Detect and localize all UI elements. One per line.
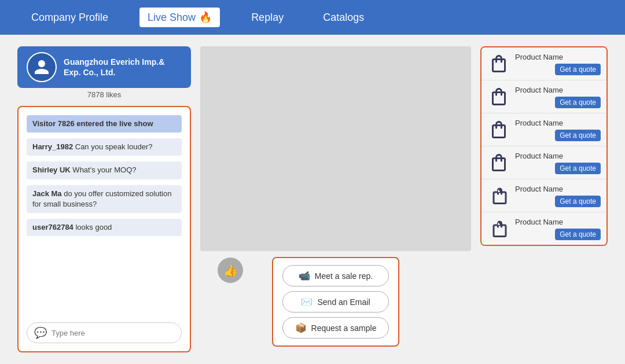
quote-button-5[interactable]: Get a quote xyxy=(555,196,601,207)
left-panel: Guangzhou Everich Imp.& Exp. Co., Ltd. 7… xyxy=(17,46,191,352)
video-area xyxy=(200,46,471,251)
center-panel: 👍 📹 Meet a sale rep. ✉️ Send an Email 📦 … xyxy=(200,46,471,352)
nav-live-show[interactable]: Live Show 🔥 xyxy=(139,8,220,27)
product-name-2: Product Name xyxy=(515,86,601,94)
product-icon-3 xyxy=(487,118,510,141)
product-icon-6 xyxy=(487,217,510,240)
company-card: Guangzhou Everich Imp.& Exp. Co., Ltd. xyxy=(17,46,191,88)
video-icon: 📹 xyxy=(299,270,310,281)
box-icon: 📦 xyxy=(295,322,307,333)
product-item-1: Product Name Get a quote xyxy=(481,47,606,80)
products-list: Product Name Get a quote Product Name Ge… xyxy=(480,46,608,246)
quote-button-1[interactable]: Get a quote xyxy=(555,64,601,75)
product-icon-5 xyxy=(487,184,510,207)
product-icon-2 xyxy=(487,85,510,108)
product-name-4: Product Name xyxy=(515,152,601,160)
product-info-4: Product Name Get a quote xyxy=(515,152,601,174)
fire-icon: 🔥 xyxy=(199,11,212,24)
nav-replay[interactable]: Replay xyxy=(243,8,292,27)
top-nav: Company Profile Live Show 🔥 Replay Catal… xyxy=(0,0,625,35)
request-sample-button[interactable]: 📦 Request a sample xyxy=(282,317,389,339)
email-icon: ✉️ xyxy=(301,296,312,307)
meet-sale-rep-button[interactable]: 📹 Meet a sale rep. xyxy=(282,265,389,286)
quote-button-2[interactable]: Get a quote xyxy=(555,97,601,108)
send-email-button[interactable]: ✉️ Send an Email xyxy=(282,291,389,312)
chat-message-3: Shirley UK What's your MOQ? xyxy=(27,161,182,179)
quote-button-3[interactable]: Get a quote xyxy=(555,130,601,141)
chat-message-2: Harry_1982 Can you speak louder? xyxy=(27,138,182,156)
product-info-5: Product Name Get a quote xyxy=(515,185,601,207)
chat-message-5: user762784 looks good xyxy=(27,219,182,236)
product-item-5: Product Name Get a quote xyxy=(481,179,606,212)
chat-message-1: Visitor 7826 entered the live show xyxy=(27,115,182,133)
person-icon xyxy=(33,58,50,76)
product-name-3: Product Name xyxy=(515,119,601,127)
product-name-6: Product Name xyxy=(515,218,601,226)
product-info-2: Product Name Get a quote xyxy=(515,86,601,108)
product-name-1: Product Name xyxy=(515,53,601,61)
quote-button-4[interactable]: Get a quote xyxy=(555,163,601,174)
product-item-6: Product Name Get a quote xyxy=(481,212,606,245)
chat-box: Visitor 7826 entered the live show Harry… xyxy=(17,106,191,352)
chat-input-row[interactable]: 💬 xyxy=(27,322,182,343)
action-buttons-panel: 📹 Meet a sale rep. ✉️ Send an Email 📦 Re… xyxy=(272,257,399,347)
nav-company-profile[interactable]: Company Profile xyxy=(23,8,116,27)
product-info-1: Product Name Get a quote xyxy=(515,53,601,75)
chat-icon: 💬 xyxy=(34,326,47,339)
product-name-5: Product Name xyxy=(515,185,601,193)
main-content: Guangzhou Everich Imp.& Exp. Co., Ltd. 7… xyxy=(0,35,625,364)
right-panel: Product Name Get a quote Product Name Ge… xyxy=(480,46,608,352)
product-item-2: Product Name Get a quote xyxy=(481,80,606,113)
avatar xyxy=(27,52,57,82)
product-item-3: Product Name Get a quote xyxy=(481,113,606,146)
product-icon-4 xyxy=(487,151,510,174)
chat-input[interactable] xyxy=(52,329,174,337)
chat-message-4: Jack Ma do you offer customized solution… xyxy=(27,185,182,213)
quote-button-6[interactable]: Get a quote xyxy=(555,229,601,240)
product-item-4: Product Name Get a quote xyxy=(481,146,606,179)
product-info-3: Product Name Get a quote xyxy=(515,119,601,141)
chat-messages: Visitor 7826 entered the live show Harry… xyxy=(27,115,182,315)
product-icon-1 xyxy=(487,52,510,75)
likes-count: 7878 likes xyxy=(17,90,191,99)
product-info-6: Product Name Get a quote xyxy=(515,218,601,240)
company-name: Guangzhou Everich Imp.& Exp. Co., Ltd. xyxy=(64,57,182,78)
nav-catalogs[interactable]: Catalogs xyxy=(315,8,372,27)
thumbs-up-button[interactable]: 👍 xyxy=(218,258,243,283)
